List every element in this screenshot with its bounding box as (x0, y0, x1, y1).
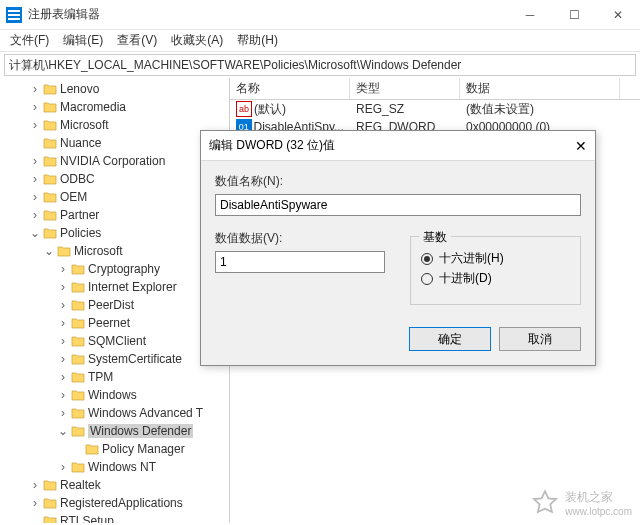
tree-item[interactable]: ⌄Windows Defender (0, 422, 229, 440)
radio-hex[interactable]: 十六进制(H) (421, 250, 570, 267)
value-data-label: 数值数据(V): (215, 230, 386, 247)
value-data-input[interactable] (215, 251, 385, 273)
tree-item[interactable]: RTLSetup (0, 512, 229, 523)
menu-favorites[interactable]: 收藏夹(A) (167, 30, 227, 51)
tree-twisty-icon[interactable]: › (28, 172, 42, 186)
folder-icon (42, 136, 58, 150)
tree-item[interactable]: ›Lenovo (0, 80, 229, 98)
tree-twisty-icon[interactable]: › (28, 496, 42, 510)
tree-twisty-icon[interactable]: › (28, 100, 42, 114)
tree-twisty-icon[interactable]: › (28, 82, 42, 96)
tree-item-label: Lenovo (60, 82, 99, 96)
tree-twisty-icon[interactable]: › (28, 478, 42, 492)
tree-twisty-icon[interactable]: › (56, 334, 70, 348)
menu-edit[interactable]: 编辑(E) (59, 30, 107, 51)
maximize-button[interactable]: ☐ (552, 0, 596, 30)
tree-twisty-icon[interactable]: › (56, 388, 70, 402)
tree-twisty-icon[interactable]: ⌄ (28, 226, 42, 240)
col-data[interactable]: 数据 (460, 78, 620, 99)
tree-item-label: SystemCertificate (88, 352, 182, 366)
value-name-input[interactable] (215, 194, 581, 216)
tree-item[interactable]: ›SQMClient (0, 332, 229, 350)
folder-icon (70, 352, 86, 366)
tree-twisty-icon[interactable]: › (28, 118, 42, 132)
radio-dec[interactable]: 十进制(D) (421, 270, 570, 287)
tree-twisty-icon[interactable]: › (28, 154, 42, 168)
tree-pane[interactable]: ›Lenovo›Macromedia›MicrosoftNuance›NVIDI… (0, 78, 230, 523)
tree-item[interactable]: ›PeerDist (0, 296, 229, 314)
tree-item[interactable]: ›Realtek (0, 476, 229, 494)
folder-icon (42, 208, 58, 222)
tree-item-label: Internet Explorer (88, 280, 177, 294)
tree-twisty-icon[interactable]: › (56, 262, 70, 276)
col-name[interactable]: 名称 (230, 78, 350, 99)
tree-item-label: NVIDIA Corporation (60, 154, 165, 168)
tree-twisty-icon[interactable]: › (56, 370, 70, 384)
value-type-icon: ab (236, 101, 252, 117)
tree-twisty-icon[interactable]: ⌄ (56, 424, 70, 438)
tree-item[interactable]: ›Peernet (0, 314, 229, 332)
folder-icon (70, 370, 86, 384)
folder-icon (42, 118, 58, 132)
tree-item[interactable]: Nuance (0, 134, 229, 152)
folder-icon (70, 316, 86, 330)
radio-dec-label: 十进制(D) (439, 270, 492, 287)
tree-item-label: Windows NT (88, 460, 156, 474)
tree-item-label: Windows Defender (88, 424, 193, 438)
tree-twisty-icon[interactable]: › (56, 352, 70, 366)
folder-icon (70, 280, 86, 294)
tree-item[interactable]: ›Macromedia (0, 98, 229, 116)
menu-file[interactable]: 文件(F) (6, 30, 53, 51)
tree-item-label: Nuance (60, 136, 101, 150)
tree-twisty-icon[interactable]: › (56, 280, 70, 294)
base-fieldset: 基数 十六进制(H) 十进制(D) (410, 236, 581, 305)
value-name: (默认) (254, 101, 286, 118)
tree-item[interactable]: ›Windows (0, 386, 229, 404)
cancel-button[interactable]: 取消 (499, 327, 581, 351)
tree-twisty-icon[interactable]: ⌄ (42, 244, 56, 258)
tree-item[interactable]: ›Internet Explorer (0, 278, 229, 296)
tree-twisty-icon[interactable]: › (28, 190, 42, 204)
list-row[interactable]: ab(默认)REG_SZ(数值未设置) (230, 100, 640, 118)
tree-twisty-icon[interactable]: › (56, 460, 70, 474)
tree-item-label: TPM (88, 370, 113, 384)
col-type[interactable]: 类型 (350, 78, 460, 99)
tree-item-label: Realtek (60, 478, 101, 492)
tree-twisty-icon[interactable]: › (56, 298, 70, 312)
tree-item[interactable]: ⌄Microsoft (0, 242, 229, 260)
ok-button[interactable]: 确定 (409, 327, 491, 351)
tree-item[interactable]: ›ODBC (0, 170, 229, 188)
tree-item-label: OEM (60, 190, 87, 204)
tree-twisty-icon[interactable]: › (28, 208, 42, 222)
menu-help[interactable]: 帮助(H) (233, 30, 282, 51)
tree-item[interactable]: ›Cryptography (0, 260, 229, 278)
folder-icon (42, 478, 58, 492)
folder-icon (42, 226, 58, 240)
dialog-close-icon[interactable]: ✕ (575, 138, 587, 154)
tree-item[interactable]: ›SystemCertificate (0, 350, 229, 368)
tree-item[interactable]: ›Microsoft (0, 116, 229, 134)
close-button[interactable]: ✕ (596, 0, 640, 30)
value-name-label: 数值名称(N): (215, 173, 581, 190)
tree-item[interactable]: ›OEM (0, 188, 229, 206)
folder-icon (42, 82, 58, 96)
tree-item[interactable]: Policy Manager (0, 440, 229, 458)
tree-item[interactable]: ›NVIDIA Corporation (0, 152, 229, 170)
watermark-text: 装机之家 (565, 489, 632, 506)
tree-item[interactable]: ›TPM (0, 368, 229, 386)
tree-item-label: RegisteredApplications (60, 496, 183, 510)
tree-twisty-icon[interactable]: › (56, 406, 70, 420)
tree-item[interactable]: ⌄Policies (0, 224, 229, 242)
menu-view[interactable]: 查看(V) (113, 30, 161, 51)
watermark: 装机之家 www.lotpc.com (531, 489, 632, 517)
address-bar[interactable]: 计算机\HKEY_LOCAL_MACHINE\SOFTWARE\Policies… (4, 54, 636, 76)
tree-item[interactable]: ›RegisteredApplications (0, 494, 229, 512)
tree-item[interactable]: ›Windows NT (0, 458, 229, 476)
tree-item[interactable]: ›Windows Advanced T (0, 404, 229, 422)
tree-twisty-icon[interactable]: › (56, 316, 70, 330)
folder-icon (42, 100, 58, 114)
menu-bar: 文件(F) 编辑(E) 查看(V) 收藏夹(A) 帮助(H) (0, 30, 640, 52)
tree-item-label: Microsoft (60, 118, 109, 132)
minimize-button[interactable]: ─ (508, 0, 552, 30)
tree-item[interactable]: ›Partner (0, 206, 229, 224)
